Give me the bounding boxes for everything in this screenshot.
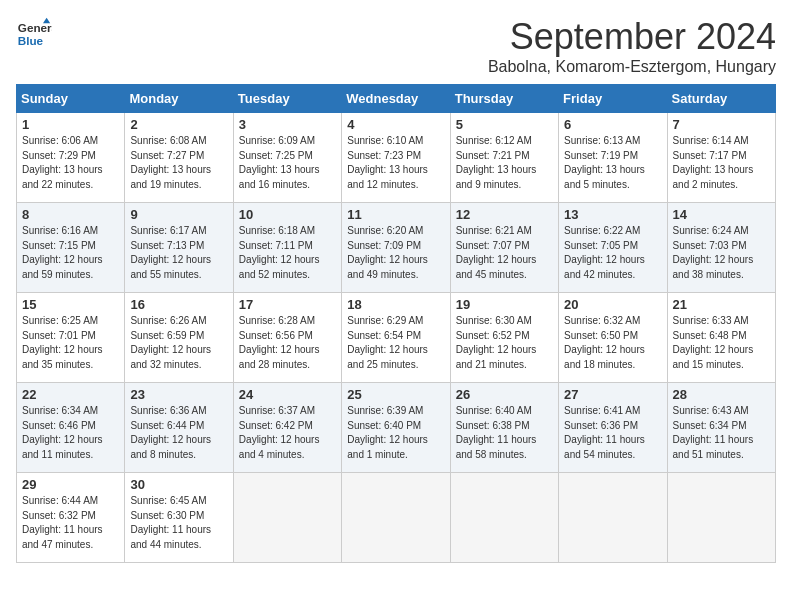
table-row: 27Sunrise: 6:41 AM Sunset: 6:36 PM Dayli… <box>559 383 667 473</box>
week-row-2: 8Sunrise: 6:16 AM Sunset: 7:15 PM Daylig… <box>17 203 776 293</box>
col-friday: Friday <box>559 85 667 113</box>
table-row: 5Sunrise: 6:12 AM Sunset: 7:21 PM Daylig… <box>450 113 558 203</box>
day-number: 23 <box>130 387 227 402</box>
week-row-5: 29Sunrise: 6:44 AM Sunset: 6:32 PM Dayli… <box>17 473 776 563</box>
day-info: Sunrise: 6:37 AM Sunset: 6:42 PM Dayligh… <box>239 404 336 462</box>
day-info: Sunrise: 6:18 AM Sunset: 7:11 PM Dayligh… <box>239 224 336 282</box>
week-row-1: 1Sunrise: 6:06 AM Sunset: 7:29 PM Daylig… <box>17 113 776 203</box>
day-info: Sunrise: 6:45 AM Sunset: 6:30 PM Dayligh… <box>130 494 227 552</box>
day-number: 19 <box>456 297 553 312</box>
week-row-3: 15Sunrise: 6:25 AM Sunset: 7:01 PM Dayli… <box>17 293 776 383</box>
day-number: 7 <box>673 117 770 132</box>
table-row: 9Sunrise: 6:17 AM Sunset: 7:13 PM Daylig… <box>125 203 233 293</box>
day-info: Sunrise: 6:36 AM Sunset: 6:44 PM Dayligh… <box>130 404 227 462</box>
day-info: Sunrise: 6:39 AM Sunset: 6:40 PM Dayligh… <box>347 404 444 462</box>
day-number: 13 <box>564 207 661 222</box>
month-title: September 2024 <box>488 16 776 58</box>
day-number: 24 <box>239 387 336 402</box>
day-number: 22 <box>22 387 119 402</box>
day-number: 27 <box>564 387 661 402</box>
table-row: 13Sunrise: 6:22 AM Sunset: 7:05 PM Dayli… <box>559 203 667 293</box>
day-number: 6 <box>564 117 661 132</box>
day-number: 28 <box>673 387 770 402</box>
col-tuesday: Tuesday <box>233 85 341 113</box>
table-row: 11Sunrise: 6:20 AM Sunset: 7:09 PM Dayli… <box>342 203 450 293</box>
col-thursday: Thursday <box>450 85 558 113</box>
table-row: 29Sunrise: 6:44 AM Sunset: 6:32 PM Dayli… <box>17 473 125 563</box>
day-number: 10 <box>239 207 336 222</box>
day-number: 5 <box>456 117 553 132</box>
table-row: 16Sunrise: 6:26 AM Sunset: 6:59 PM Dayli… <box>125 293 233 383</box>
day-info: Sunrise: 6:22 AM Sunset: 7:05 PM Dayligh… <box>564 224 661 282</box>
table-row <box>233 473 341 563</box>
day-number: 29 <box>22 477 119 492</box>
header: General Blue September 2024 Babolna, Kom… <box>16 16 776 76</box>
day-info: Sunrise: 6:17 AM Sunset: 7:13 PM Dayligh… <box>130 224 227 282</box>
day-number: 21 <box>673 297 770 312</box>
table-row <box>342 473 450 563</box>
day-number: 12 <box>456 207 553 222</box>
day-number: 3 <box>239 117 336 132</box>
day-info: Sunrise: 6:33 AM Sunset: 6:48 PM Dayligh… <box>673 314 770 372</box>
day-number: 26 <box>456 387 553 402</box>
logo: General Blue <box>16 16 52 52</box>
day-info: Sunrise: 6:20 AM Sunset: 7:09 PM Dayligh… <box>347 224 444 282</box>
day-info: Sunrise: 6:26 AM Sunset: 6:59 PM Dayligh… <box>130 314 227 372</box>
table-row <box>667 473 775 563</box>
header-row: Sunday Monday Tuesday Wednesday Thursday… <box>17 85 776 113</box>
table-row: 24Sunrise: 6:37 AM Sunset: 6:42 PM Dayli… <box>233 383 341 473</box>
day-info: Sunrise: 6:14 AM Sunset: 7:17 PM Dayligh… <box>673 134 770 192</box>
week-row-4: 22Sunrise: 6:34 AM Sunset: 6:46 PM Dayli… <box>17 383 776 473</box>
table-row: 17Sunrise: 6:28 AM Sunset: 6:56 PM Dayli… <box>233 293 341 383</box>
table-row: 18Sunrise: 6:29 AM Sunset: 6:54 PM Dayli… <box>342 293 450 383</box>
table-row: 19Sunrise: 6:30 AM Sunset: 6:52 PM Dayli… <box>450 293 558 383</box>
table-row <box>450 473 558 563</box>
day-info: Sunrise: 6:43 AM Sunset: 6:34 PM Dayligh… <box>673 404 770 462</box>
table-row: 28Sunrise: 6:43 AM Sunset: 6:34 PM Dayli… <box>667 383 775 473</box>
day-number: 8 <box>22 207 119 222</box>
day-number: 18 <box>347 297 444 312</box>
col-sunday: Sunday <box>17 85 125 113</box>
col-wednesday: Wednesday <box>342 85 450 113</box>
day-info: Sunrise: 6:41 AM Sunset: 6:36 PM Dayligh… <box>564 404 661 462</box>
day-number: 4 <box>347 117 444 132</box>
day-info: Sunrise: 6:25 AM Sunset: 7:01 PM Dayligh… <box>22 314 119 372</box>
table-row: 10Sunrise: 6:18 AM Sunset: 7:11 PM Dayli… <box>233 203 341 293</box>
svg-text:Blue: Blue <box>18 34 44 47</box>
day-info: Sunrise: 6:08 AM Sunset: 7:27 PM Dayligh… <box>130 134 227 192</box>
calendar-table: Sunday Monday Tuesday Wednesday Thursday… <box>16 84 776 563</box>
day-number: 16 <box>130 297 227 312</box>
day-info: Sunrise: 6:06 AM Sunset: 7:29 PM Dayligh… <box>22 134 119 192</box>
day-info: Sunrise: 6:28 AM Sunset: 6:56 PM Dayligh… <box>239 314 336 372</box>
table-row: 25Sunrise: 6:39 AM Sunset: 6:40 PM Dayli… <box>342 383 450 473</box>
subtitle: Babolna, Komarom-Esztergom, Hungary <box>488 58 776 76</box>
day-number: 20 <box>564 297 661 312</box>
day-number: 9 <box>130 207 227 222</box>
col-saturday: Saturday <box>667 85 775 113</box>
day-number: 17 <box>239 297 336 312</box>
title-area: September 2024 Babolna, Komarom-Esztergo… <box>488 16 776 76</box>
day-number: 2 <box>130 117 227 132</box>
table-row: 2Sunrise: 6:08 AM Sunset: 7:27 PM Daylig… <box>125 113 233 203</box>
day-info: Sunrise: 6:34 AM Sunset: 6:46 PM Dayligh… <box>22 404 119 462</box>
day-info: Sunrise: 6:12 AM Sunset: 7:21 PM Dayligh… <box>456 134 553 192</box>
table-row: 21Sunrise: 6:33 AM Sunset: 6:48 PM Dayli… <box>667 293 775 383</box>
day-number: 14 <box>673 207 770 222</box>
day-info: Sunrise: 6:29 AM Sunset: 6:54 PM Dayligh… <box>347 314 444 372</box>
table-row: 22Sunrise: 6:34 AM Sunset: 6:46 PM Dayli… <box>17 383 125 473</box>
day-info: Sunrise: 6:40 AM Sunset: 6:38 PM Dayligh… <box>456 404 553 462</box>
day-number: 11 <box>347 207 444 222</box>
day-info: Sunrise: 6:30 AM Sunset: 6:52 PM Dayligh… <box>456 314 553 372</box>
day-info: Sunrise: 6:21 AM Sunset: 7:07 PM Dayligh… <box>456 224 553 282</box>
day-number: 30 <box>130 477 227 492</box>
day-info: Sunrise: 6:09 AM Sunset: 7:25 PM Dayligh… <box>239 134 336 192</box>
table-row: 1Sunrise: 6:06 AM Sunset: 7:29 PM Daylig… <box>17 113 125 203</box>
table-row: 30Sunrise: 6:45 AM Sunset: 6:30 PM Dayli… <box>125 473 233 563</box>
day-number: 15 <box>22 297 119 312</box>
table-row: 3Sunrise: 6:09 AM Sunset: 7:25 PM Daylig… <box>233 113 341 203</box>
day-number: 1 <box>22 117 119 132</box>
day-info: Sunrise: 6:32 AM Sunset: 6:50 PM Dayligh… <box>564 314 661 372</box>
day-info: Sunrise: 6:16 AM Sunset: 7:15 PM Dayligh… <box>22 224 119 282</box>
table-row: 8Sunrise: 6:16 AM Sunset: 7:15 PM Daylig… <box>17 203 125 293</box>
day-info: Sunrise: 6:44 AM Sunset: 6:32 PM Dayligh… <box>22 494 119 552</box>
